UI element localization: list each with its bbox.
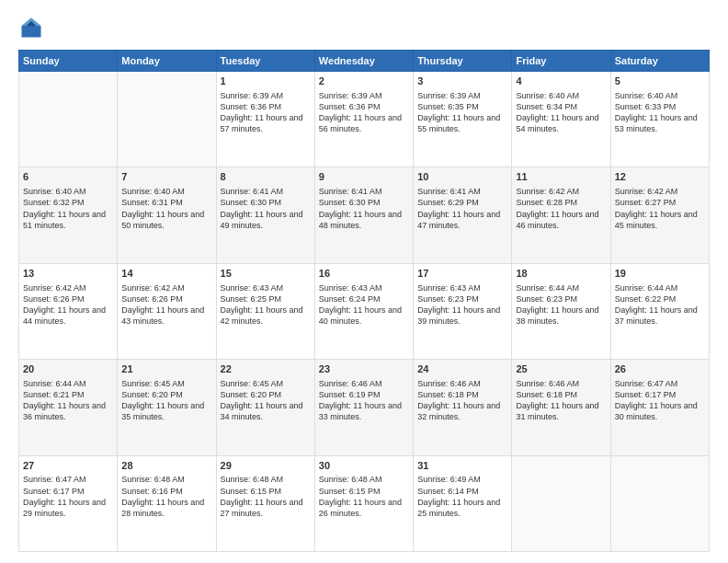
- calendar-cell: 21Sunrise: 6:45 AMSunset: 6:20 PMDayligh…: [118, 360, 216, 455]
- calendar-cell: 3Sunrise: 6:39 AMSunset: 6:35 PMDaylight…: [414, 72, 512, 167]
- day-info: Sunrise: 6:43 AMSunset: 6:23 PMDaylight:…: [417, 282, 507, 327]
- day-info: Sunrise: 6:41 AMSunset: 6:30 PMDaylight:…: [221, 186, 311, 231]
- weekday-header-wednesday: Wednesday: [314, 51, 413, 72]
- day-info: Sunrise: 6:42 AMSunset: 6:28 PMDaylight:…: [516, 186, 606, 231]
- day-info: Sunrise: 6:46 AMSunset: 6:19 PMDaylight:…: [319, 378, 409, 423]
- week-row-2: 6Sunrise: 6:40 AMSunset: 6:32 PMDaylight…: [19, 167, 710, 263]
- day-info: Sunrise: 6:45 AMSunset: 6:20 PMDaylight:…: [121, 378, 211, 423]
- day-info: Sunrise: 6:41 AMSunset: 6:30 PMDaylight:…: [319, 186, 409, 231]
- calendar-cell: 28Sunrise: 6:48 AMSunset: 6:16 PMDayligh…: [118, 455, 216, 551]
- day-number: 4: [516, 75, 606, 88]
- day-number: 17: [417, 267, 507, 281]
- day-info: Sunrise: 6:48 AMSunset: 6:15 PMDaylight:…: [221, 474, 311, 519]
- calendar-cell: 6Sunrise: 6:40 AMSunset: 6:32 PMDaylight…: [19, 167, 118, 263]
- calendar-cell: 13Sunrise: 6:42 AMSunset: 6:26 PMDayligh…: [19, 263, 118, 359]
- day-number: 29: [221, 459, 311, 473]
- weekday-header-monday: Monday: [118, 51, 216, 72]
- day-info: Sunrise: 6:47 AMSunset: 6:17 PMDaylight:…: [615, 378, 705, 423]
- day-number: 20: [23, 362, 113, 376]
- day-number: 27: [23, 459, 113, 473]
- day-number: 8: [221, 170, 311, 184]
- calendar-cell: 8Sunrise: 6:41 AMSunset: 6:30 PMDaylight…: [216, 167, 314, 263]
- day-info: Sunrise: 6:42 AMSunset: 6:26 PMDaylight:…: [121, 282, 211, 327]
- day-number: 21: [121, 362, 211, 376]
- day-info: Sunrise: 6:42 AMSunset: 6:26 PMDaylight:…: [23, 282, 113, 327]
- day-number: 19: [615, 267, 705, 281]
- weekday-header-saturday: Saturday: [610, 51, 709, 72]
- day-number: 30: [319, 459, 409, 473]
- day-info: Sunrise: 6:44 AMSunset: 6:22 PMDaylight:…: [615, 282, 705, 327]
- day-info: Sunrise: 6:48 AMSunset: 6:16 PMDaylight:…: [121, 474, 211, 519]
- calendar-cell: 23Sunrise: 6:46 AMSunset: 6:19 PMDayligh…: [314, 360, 413, 455]
- calendar-cell: 18Sunrise: 6:44 AMSunset: 6:23 PMDayligh…: [512, 263, 610, 359]
- weekday-header-friday: Friday: [512, 51, 610, 72]
- day-info: Sunrise: 6:40 AMSunset: 6:34 PMDaylight:…: [516, 90, 606, 135]
- calendar-cell: 25Sunrise: 6:46 AMSunset: 6:18 PMDayligh…: [512, 360, 610, 455]
- calendar-cell: 19Sunrise: 6:44 AMSunset: 6:22 PMDayligh…: [610, 263, 709, 359]
- calendar-cell: 20Sunrise: 6:44 AMSunset: 6:21 PMDayligh…: [19, 360, 118, 455]
- calendar-cell: [512, 455, 610, 551]
- calendar-cell: 27Sunrise: 6:47 AMSunset: 6:17 PMDayligh…: [19, 455, 118, 551]
- calendar-cell: 22Sunrise: 6:45 AMSunset: 6:20 PMDayligh…: [216, 360, 314, 455]
- day-number: 7: [121, 170, 211, 184]
- day-number: 6: [23, 170, 113, 184]
- day-number: 1: [221, 75, 311, 88]
- day-info: Sunrise: 6:39 AMSunset: 6:36 PMDaylight:…: [319, 90, 409, 135]
- week-row-1: 1Sunrise: 6:39 AMSunset: 6:36 PMDaylight…: [19, 72, 710, 167]
- day-info: Sunrise: 6:40 AMSunset: 6:32 PMDaylight:…: [23, 186, 113, 231]
- calendar-cell: 30Sunrise: 6:48 AMSunset: 6:15 PMDayligh…: [314, 455, 413, 551]
- day-number: 26: [615, 362, 705, 376]
- day-info: Sunrise: 6:41 AMSunset: 6:29 PMDaylight:…: [417, 186, 507, 231]
- week-row-5: 27Sunrise: 6:47 AMSunset: 6:17 PMDayligh…: [19, 455, 710, 551]
- day-number: 11: [516, 170, 606, 184]
- day-number: 2: [319, 75, 409, 88]
- weekday-header-tuesday: Tuesday: [216, 51, 314, 72]
- calendar-cell: 9Sunrise: 6:41 AMSunset: 6:30 PMDaylight…: [314, 167, 413, 263]
- day-number: 31: [417, 459, 507, 473]
- logo-icon: [18, 15, 44, 40]
- calendar-cell: 4Sunrise: 6:40 AMSunset: 6:34 PMDaylight…: [512, 72, 610, 167]
- calendar-cell: [118, 72, 216, 167]
- day-info: Sunrise: 6:40 AMSunset: 6:31 PMDaylight:…: [121, 186, 211, 231]
- day-info: Sunrise: 6:39 AMSunset: 6:36 PMDaylight:…: [221, 90, 311, 135]
- calendar-cell: 7Sunrise: 6:40 AMSunset: 6:31 PMDaylight…: [118, 167, 216, 263]
- day-number: 13: [23, 267, 113, 281]
- day-info: Sunrise: 6:47 AMSunset: 6:17 PMDaylight:…: [23, 474, 113, 519]
- day-info: Sunrise: 6:42 AMSunset: 6:27 PMDaylight:…: [615, 186, 705, 231]
- calendar-cell: [610, 455, 709, 551]
- day-number: 10: [417, 170, 507, 184]
- logo: [18, 15, 48, 40]
- calendar-cell: 2Sunrise: 6:39 AMSunset: 6:36 PMDaylight…: [314, 72, 413, 167]
- week-row-4: 20Sunrise: 6:44 AMSunset: 6:21 PMDayligh…: [19, 360, 710, 455]
- day-number: 14: [121, 267, 211, 281]
- day-info: Sunrise: 6:39 AMSunset: 6:35 PMDaylight:…: [417, 90, 507, 135]
- calendar-cell: 16Sunrise: 6:43 AMSunset: 6:24 PMDayligh…: [314, 263, 413, 359]
- weekday-header-sunday: Sunday: [19, 51, 118, 72]
- day-info: Sunrise: 6:46 AMSunset: 6:18 PMDaylight:…: [516, 378, 606, 423]
- calendar-cell: 29Sunrise: 6:48 AMSunset: 6:15 PMDayligh…: [216, 455, 314, 551]
- day-number: 24: [417, 362, 507, 376]
- calendar-cell: 5Sunrise: 6:40 AMSunset: 6:33 PMDaylight…: [610, 72, 709, 167]
- weekday-header-thursday: Thursday: [414, 51, 512, 72]
- day-number: 23: [319, 362, 409, 376]
- weekday-header-row: SundayMondayTuesdayWednesdayThursdayFrid…: [19, 51, 710, 72]
- day-info: Sunrise: 6:43 AMSunset: 6:25 PMDaylight:…: [221, 282, 311, 327]
- day-number: 5: [615, 75, 705, 88]
- calendar-table: SundayMondayTuesdayWednesdayThursdayFrid…: [18, 50, 710, 552]
- calendar-cell: 10Sunrise: 6:41 AMSunset: 6:29 PMDayligh…: [414, 167, 512, 263]
- day-info: Sunrise: 6:46 AMSunset: 6:18 PMDaylight:…: [417, 378, 507, 423]
- calendar-cell: 1Sunrise: 6:39 AMSunset: 6:36 PMDaylight…: [216, 72, 314, 167]
- day-number: 22: [221, 362, 311, 376]
- calendar-cell: 26Sunrise: 6:47 AMSunset: 6:17 PMDayligh…: [610, 360, 709, 455]
- day-number: 9: [319, 170, 409, 184]
- day-number: 28: [121, 459, 211, 473]
- day-info: Sunrise: 6:45 AMSunset: 6:20 PMDaylight:…: [221, 378, 311, 423]
- day-number: 15: [221, 267, 311, 281]
- calendar-cell: 31Sunrise: 6:49 AMSunset: 6:14 PMDayligh…: [414, 455, 512, 551]
- day-info: Sunrise: 6:43 AMSunset: 6:24 PMDaylight:…: [319, 282, 409, 327]
- calendar-cell: 11Sunrise: 6:42 AMSunset: 6:28 PMDayligh…: [512, 167, 610, 263]
- calendar-cell: [19, 72, 118, 167]
- day-info: Sunrise: 6:40 AMSunset: 6:33 PMDaylight:…: [615, 90, 705, 135]
- calendar-cell: 17Sunrise: 6:43 AMSunset: 6:23 PMDayligh…: [414, 263, 512, 359]
- day-info: Sunrise: 6:44 AMSunset: 6:21 PMDaylight:…: [23, 378, 113, 423]
